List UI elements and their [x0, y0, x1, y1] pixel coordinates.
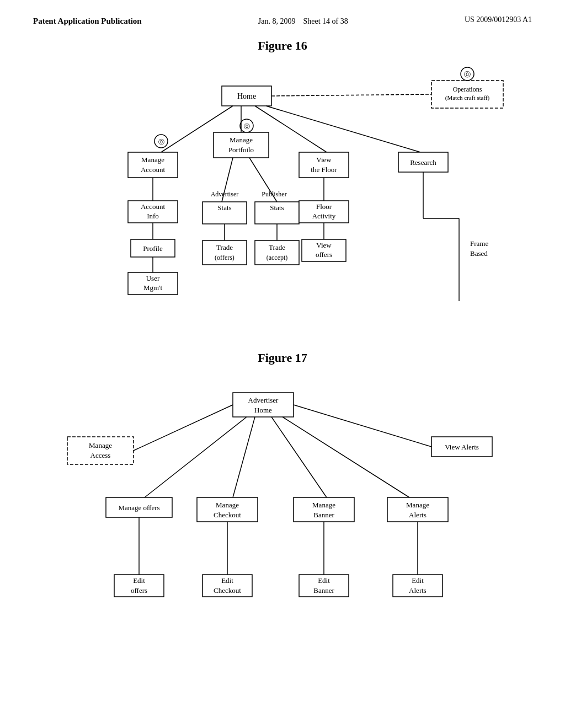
svg-text:Portfoilo: Portfoilo	[228, 146, 254, 154]
svg-line-5	[271, 94, 431, 96]
svg-text:Advertiser: Advertiser	[248, 396, 279, 404]
svg-text:Checkout: Checkout	[214, 586, 241, 595]
patent-header: Patent Application Publication Jan. 8, 2…	[0, 0, 565, 33]
figures-area: Figure 16 Home Operations (Match craft s…	[0, 33, 565, 657]
svg-text:Access: Access	[90, 451, 111, 459]
svg-text:Alerts: Alerts	[409, 586, 427, 595]
figure17-title: Figure 17	[22, 351, 543, 365]
svg-line-76	[294, 405, 431, 447]
svg-line-77	[145, 417, 247, 497]
svg-text:the Floor: the Floor	[311, 165, 337, 174]
svg-text:Manage: Manage	[230, 136, 253, 144]
svg-text:Profile: Profile	[143, 244, 163, 253]
patent-number: US 2009/0012903 A1	[465, 15, 532, 24]
svg-text:Manage: Manage	[216, 501, 239, 509]
svg-text:Trade: Trade	[269, 243, 285, 251]
svg-line-79	[271, 417, 327, 497]
svg-text:View: View	[316, 241, 332, 249]
svg-text:(Match craft staff): (Match craft staff)	[445, 94, 490, 101]
svg-text:(offers): (offers)	[215, 254, 234, 261]
svg-text:Trade: Trade	[216, 243, 233, 251]
svg-text:Manage: Manage	[312, 501, 335, 509]
svg-text:Operations: Operations	[453, 85, 482, 93]
svg-text:Home: Home	[237, 92, 256, 100]
svg-text:View Alerts: View Alerts	[445, 443, 479, 451]
svg-text:User: User	[146, 274, 160, 282]
svg-text:Home: Home	[254, 406, 272, 414]
svg-text:Alerts: Alerts	[409, 511, 427, 519]
svg-text:Edit: Edit	[318, 576, 330, 585]
svg-text:Edit: Edit	[221, 576, 233, 585]
svg-text:Based: Based	[470, 249, 488, 258]
svg-text:View: View	[316, 156, 332, 164]
svg-text:Account: Account	[141, 165, 165, 174]
svg-text:Edit: Edit	[412, 576, 424, 585]
svg-line-78	[233, 417, 255, 497]
sheet-number: Sheet 14 of 38	[303, 17, 348, 25]
svg-text:Research: Research	[410, 158, 436, 167]
svg-text:Account: Account	[141, 202, 165, 211]
svg-text:Manage: Manage	[406, 501, 429, 509]
svg-text:Banner: Banner	[313, 586, 334, 595]
svg-text:(accept): (accept)	[266, 254, 288, 261]
svg-text:⓪: ⓪	[158, 138, 164, 145]
svg-line-15	[266, 106, 420, 152]
header-right: US 2009/0012903 A1	[465, 15, 532, 24]
figure16-area: Figure 16 Home Operations (Match craft s…	[22, 39, 543, 334]
svg-text:⓪: ⓪	[464, 71, 471, 78]
svg-text:Activity: Activity	[312, 212, 336, 220]
figure17-diagram: Advertiser Home Manage Access View Alert…	[34, 376, 531, 657]
svg-line-73	[134, 405, 233, 451]
svg-text:Stats: Stats	[270, 204, 284, 212]
svg-line-80	[282, 417, 409, 497]
svg-text:Info: Info	[147, 212, 159, 220]
svg-text:Stats: Stats	[217, 204, 231, 212]
svg-text:Manage: Manage	[141, 156, 164, 164]
svg-text:offers: offers	[131, 586, 147, 595]
svg-text:Mgm't: Mgm't	[143, 283, 163, 292]
figure17-area: Figure 17 Advertiser Home Manage Access …	[22, 351, 543, 657]
header-center: Jan. 8, 2009 Sheet 14 of 38	[258, 15, 348, 28]
svg-text:offers: offers	[316, 250, 332, 259]
svg-text:Manage: Manage	[89, 441, 112, 449]
svg-text:⓪: ⓪	[244, 123, 250, 130]
figure16-diagram: Home Operations (Match craft staff) ⓪ ⓪ …	[34, 64, 531, 334]
svg-text:Checkout: Checkout	[214, 511, 241, 519]
svg-text:Banner: Banner	[313, 511, 334, 519]
svg-text:Frame: Frame	[470, 239, 488, 248]
figure16-title: Figure 16	[22, 39, 543, 53]
header-left: Patent Application Publication	[33, 15, 142, 27]
svg-text:Edit: Edit	[133, 576, 145, 585]
svg-text:Floor: Floor	[316, 202, 332, 211]
svg-text:Manage offers: Manage offers	[118, 504, 159, 512]
patent-application-label: Patent Application Publication	[33, 17, 142, 25]
publication-date: Jan. 8, 2009	[258, 17, 296, 25]
